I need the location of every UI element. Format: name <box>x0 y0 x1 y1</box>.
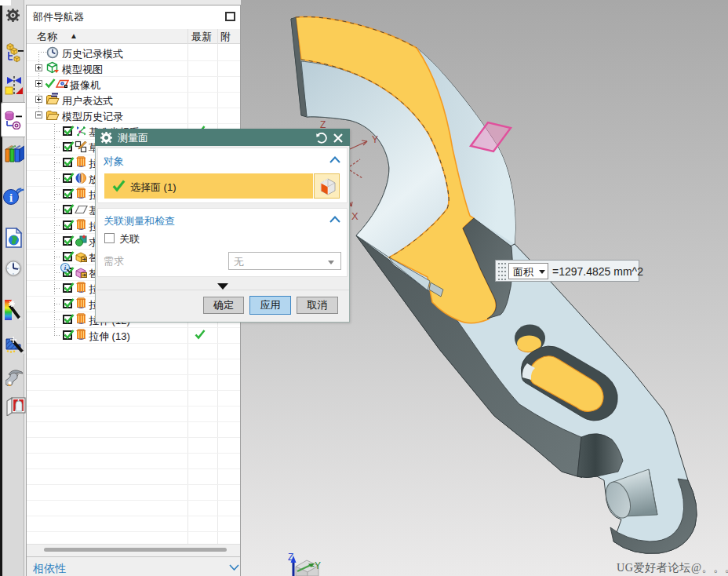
svg-text:X: X <box>351 210 359 222</box>
svg-text:Y: Y <box>372 134 378 145</box>
svg-text:-Y: -Y <box>311 560 321 571</box>
svg-text:UG爱好者论坛@。。。: UG爱好者论坛@。。。 <box>617 561 728 574</box>
svg-text:Z: Z <box>288 552 293 563</box>
svg-text:i: i <box>9 191 13 204</box>
